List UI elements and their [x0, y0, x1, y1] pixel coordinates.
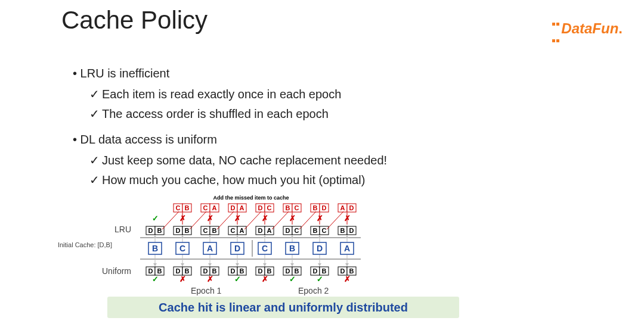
svg-text:D: D — [286, 227, 290, 234]
svg-text:D: D — [148, 267, 153, 275]
svg-text:A: A — [344, 244, 350, 253]
bullet-1: LRU is inefficient — [73, 64, 387, 83]
svg-text:C: C — [231, 227, 236, 234]
svg-text:D: D — [234, 244, 240, 253]
svg-text:✗: ✗ — [289, 214, 296, 223]
svg-text:B: B — [157, 227, 162, 234]
svg-text:B: B — [295, 267, 299, 275]
svg-text:C: C — [262, 244, 268, 253]
svg-marker-163 — [345, 235, 349, 238]
svg-text:✗: ✗ — [179, 275, 186, 284]
svg-text:C: C — [203, 204, 208, 211]
slide-title: Cache Policy — [61, 6, 208, 35]
svg-text:D: D — [258, 267, 263, 275]
svg-text:D: D — [176, 227, 181, 234]
svg-text:B: B — [185, 267, 190, 275]
svg-marker-31 — [181, 235, 184, 238]
svg-text:✓: ✓ — [152, 275, 159, 284]
svg-text:✗: ✗ — [262, 275, 268, 284]
brand-name: DataFun — [561, 20, 618, 36]
svg-text:C: C — [176, 204, 181, 211]
svg-text:A: A — [267, 227, 272, 234]
svg-text:B: B — [185, 227, 190, 234]
svg-text:D: D — [231, 267, 236, 275]
svg-text:✓: ✓ — [289, 275, 296, 284]
slide: Cache Policy DataFun. LRU is inefficient… — [0, 0, 644, 327]
svg-text:✗: ✗ — [207, 275, 213, 284]
svg-text:D: D — [286, 267, 290, 275]
svg-text:B: B — [322, 267, 327, 275]
bullet-2-sub-1: Just keep some data, NO cache replacemen… — [89, 151, 387, 170]
svg-text:✓: ✓ — [317, 275, 323, 284]
svg-marker-77 — [236, 263, 239, 266]
svg-text:A: A — [240, 227, 244, 234]
bullet-1-sub-1: Each item is read exactly once in each e… — [89, 85, 387, 104]
diagram-svg: Add the missed item to cache✓DBBDB✓CB✗DB… — [72, 194, 447, 289]
footer-banner: Cache hit is linear and uniformly distri… — [107, 297, 459, 318]
svg-text:D: D — [231, 204, 236, 211]
svg-text:D: D — [349, 204, 354, 211]
svg-text:D: D — [258, 204, 263, 211]
svg-text:C: C — [267, 204, 272, 211]
svg-text:B: B — [313, 204, 318, 211]
svg-text:D: D — [203, 267, 208, 275]
svg-marker-143 — [318, 263, 321, 266]
svg-text:✗: ✗ — [262, 214, 268, 223]
svg-text:D: D — [313, 267, 318, 275]
svg-marker-97 — [263, 235, 267, 238]
svg-text:B: B — [349, 267, 354, 275]
bullet-1-sub-2: The access order is shuffled in each epo… — [89, 105, 387, 123]
svg-marker-33 — [181, 263, 184, 266]
svg-marker-99 — [263, 263, 267, 266]
svg-marker-55 — [208, 263, 212, 266]
svg-marker-9 — [153, 235, 157, 238]
bullet-2: DL data access is uniform — [73, 130, 387, 149]
svg-text:C: C — [295, 204, 299, 211]
brand-suffix: . — [618, 20, 623, 36]
svg-marker-11 — [153, 263, 157, 266]
svg-text:B: B — [267, 267, 272, 275]
svg-text:B: B — [286, 204, 290, 211]
svg-text:Add the missed  item to cache: Add the missed item to cache — [213, 195, 289, 201]
svg-text:B: B — [185, 204, 190, 211]
svg-text:C: C — [295, 227, 299, 234]
bullet-list: LRU is inefficient Each item is read exa… — [73, 64, 387, 191]
svg-text:✗: ✗ — [234, 214, 241, 223]
svg-text:D: D — [148, 227, 153, 234]
svg-marker-141 — [318, 235, 321, 238]
cache-diagram: LRU Initial Cache: [D,B] Uniform Epoch 1… — [72, 194, 447, 289]
bullet-2-sub-2: How much you cache, how much you hit (op… — [89, 171, 387, 189]
svg-text:B: B — [212, 227, 217, 234]
svg-text:B: B — [212, 267, 217, 275]
svg-text:B: B — [289, 244, 295, 253]
svg-text:D: D — [349, 227, 354, 234]
svg-text:B: B — [157, 267, 162, 275]
svg-marker-121 — [290, 263, 294, 266]
svg-marker-75 — [236, 235, 239, 238]
svg-text:A: A — [340, 204, 345, 211]
svg-text:D: D — [176, 267, 181, 275]
svg-text:B: B — [340, 227, 345, 234]
svg-text:B: B — [313, 227, 318, 234]
svg-text:D: D — [258, 227, 263, 234]
logo-dots-icon — [552, 13, 560, 46]
svg-marker-165 — [345, 263, 349, 266]
svg-text:✗: ✗ — [317, 214, 323, 223]
svg-text:B: B — [152, 244, 158, 253]
brand-logo: DataFun. — [552, 13, 623, 46]
svg-text:D: D — [340, 267, 345, 275]
svg-text:D: D — [322, 204, 327, 211]
svg-marker-53 — [208, 235, 212, 238]
svg-text:A: A — [212, 204, 217, 211]
svg-text:✗: ✗ — [344, 214, 351, 223]
svg-text:C: C — [322, 227, 327, 234]
svg-text:A: A — [207, 244, 213, 253]
svg-text:C: C — [203, 227, 208, 234]
svg-text:✗: ✗ — [179, 214, 186, 223]
svg-text:D: D — [317, 244, 323, 253]
svg-marker-119 — [290, 235, 294, 238]
svg-text:✓: ✓ — [152, 214, 159, 223]
svg-text:C: C — [179, 244, 185, 253]
svg-text:✗: ✗ — [207, 214, 213, 223]
svg-text:✓: ✓ — [234, 275, 241, 284]
